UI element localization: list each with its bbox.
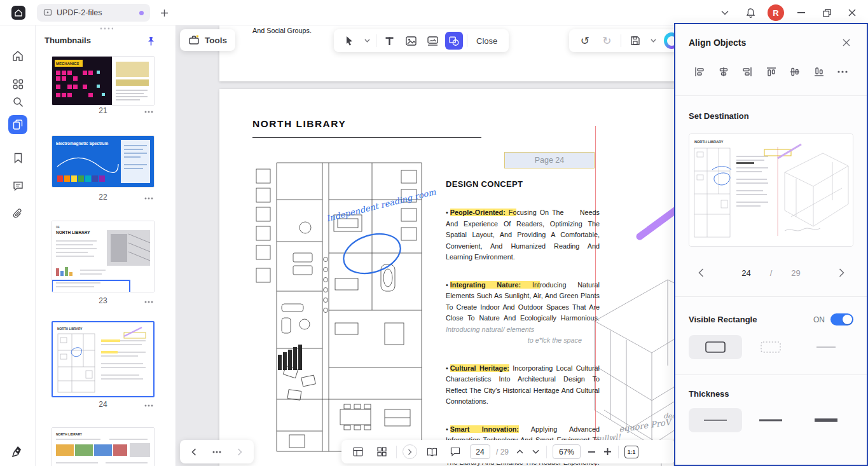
thickness-label: Thickness — [689, 389, 853, 399]
thumbnail-24-number: 24 — [52, 400, 155, 409]
zoom-in-button[interactable] — [602, 443, 612, 461]
select-tool-button[interactable] — [340, 32, 358, 50]
shapes-tool-button-active[interactable] — [445, 32, 463, 50]
thumbnail-22-number: 22 — [52, 193, 155, 202]
panel-divider — [675, 296, 867, 297]
signature-tool-button[interactable] — [10, 444, 25, 459]
thickness-thick-button[interactable] — [799, 408, 853, 432]
pin-panel-button[interactable] — [144, 34, 158, 48]
thickness-thin-button[interactable] — [689, 408, 742, 432]
user-avatar[interactable]: R — [768, 4, 784, 21]
attachments-button[interactable] — [10, 206, 25, 221]
visible-rectangle-row: Visible Rectangle ON — [689, 313, 853, 326]
apps-grid-button[interactable] — [10, 76, 25, 92]
stamp-tool-button[interactable] — [424, 32, 441, 50]
select-tool-dropdown[interactable] — [362, 32, 372, 50]
tools-menu-button[interactable]: Tools — [180, 29, 235, 51]
reader-mode-button[interactable] — [423, 443, 441, 461]
zoom-level-control[interactable]: 67% — [553, 444, 581, 459]
tab-file-icon — [43, 8, 52, 17]
next-page-button-disabled[interactable] — [231, 443, 249, 461]
chevron-right-icon — [237, 448, 242, 456]
window-close-button[interactable] — [844, 4, 860, 21]
notifications-button[interactable] — [742, 4, 759, 21]
search-button[interactable] — [10, 94, 25, 109]
collapse-toolbar-button[interactable] — [717, 4, 733, 21]
align-bottom-button[interactable] — [811, 64, 827, 80]
text-icon — [385, 36, 394, 46]
save-dropdown[interactable] — [649, 32, 659, 50]
document-tab[interactable]: UPDF-2-files — [37, 4, 150, 22]
align-top-button[interactable] — [763, 64, 780, 80]
page-thumbnail-24-current[interactable]: NORTH LIBRARY — [52, 321, 155, 397]
previous-page-button[interactable] — [185, 443, 203, 461]
page-link-textbox[interactable]: Page 24 — [504, 152, 595, 168]
text-tool-button[interactable] — [380, 32, 398, 50]
destination-next-button[interactable] — [833, 264, 850, 281]
more-align-options-button[interactable] — [834, 64, 851, 80]
undo-button[interactable]: ↺ — [577, 32, 593, 50]
table-view-button[interactable] — [349, 443, 367, 461]
thumbnail-22-more-button[interactable] — [143, 195, 155, 202]
page-thumbnail-22[interactable]: Electromagnetic Spectrum — [52, 135, 155, 188]
edit-toolbar: Close — [334, 29, 509, 52]
panel-drag-handle[interactable] — [89, 27, 123, 31]
comments-button[interactable] — [10, 178, 25, 193]
page-more-button[interactable] — [208, 443, 226, 461]
style-solid-rectangle-button[interactable] — [689, 335, 742, 359]
stamp-icon — [427, 36, 438, 46]
thumbnails-panel-button[interactable] — [8, 115, 27, 134]
redo-button[interactable]: ↻ — [599, 32, 616, 50]
app-logo[interactable] — [11, 6, 25, 20]
page-thumbnail-23[interactable]: 04 NORTH LIBRARY — [52, 221, 155, 292]
medium-line-icon — [758, 418, 783, 423]
zoom-out-button[interactable] — [586, 443, 596, 461]
image-icon — [406, 36, 417, 46]
align-horizontal-center-button[interactable] — [715, 64, 732, 80]
new-tab-button[interactable] — [158, 6, 170, 19]
previous-page-chevron[interactable] — [514, 443, 525, 461]
expand-bar-button[interactable] — [403, 444, 417, 459]
thumbnail-23-more-button[interactable] — [143, 298, 155, 306]
close-toolbar-button[interactable]: Close — [471, 36, 502, 46]
search-icon — [13, 97, 24, 107]
bullet-people-oriented: •People-Oriented: Focusing On The Needs … — [446, 207, 600, 263]
save-button[interactable] — [627, 32, 644, 50]
page-nav-pill — [180, 440, 254, 463]
page-thumbnail-25[interactable]: NORTH LIBRARY — [52, 427, 155, 466]
page-count-label: / 29 — [496, 448, 509, 456]
thumbnail-23-row: 23 — [52, 296, 155, 306]
align-right-button[interactable] — [739, 64, 755, 80]
open-book-icon — [427, 448, 437, 456]
panel-close-button[interactable] — [839, 36, 853, 50]
page-number-input[interactable] — [470, 444, 490, 459]
more-icon — [144, 404, 153, 407]
panel-divider — [675, 374, 867, 375]
thumbnail-21-more-button[interactable] — [143, 108, 155, 116]
thickness-medium-button[interactable] — [744, 408, 797, 432]
visible-area-rectangle[interactable] — [52, 280, 130, 292]
style-line-button[interactable] — [799, 335, 853, 359]
home-nav-button[interactable] — [10, 48, 25, 64]
next-page-chevron[interactable] — [530, 443, 541, 461]
window-restore-button[interactable] — [818, 4, 835, 21]
more-icon — [144, 301, 153, 303]
actual-size-button[interactable]: 1:1 — [624, 446, 638, 458]
ink-circle-annotation[interactable] — [340, 230, 404, 277]
page-thumbnail-21[interactable]: MECHANICS — [52, 56, 155, 106]
destination-preview[interactable]: NORTH LIBRARY — [689, 134, 853, 247]
image-tool-button[interactable] — [402, 32, 420, 50]
comments-toggle-button[interactable] — [446, 443, 464, 461]
thumbnail-24-more-button[interactable] — [143, 402, 155, 409]
thumbnail-21-number: 21 — [52, 106, 155, 115]
style-dotted-rectangle-button[interactable] — [744, 335, 797, 359]
visible-rectangle-toggle[interactable] — [830, 313, 853, 326]
align-left-button[interactable] — [691, 64, 708, 80]
panel-header: Align Objects — [689, 36, 853, 50]
window-minimize-button[interactable] — [793, 4, 809, 21]
bookmarks-button[interactable] — [10, 150, 25, 165]
destination-prev-button[interactable] — [692, 264, 709, 281]
grid-view-button[interactable] — [373, 443, 390, 461]
align-vertical-center-button[interactable] — [787, 64, 803, 80]
align-right-icon — [741, 66, 753, 78]
